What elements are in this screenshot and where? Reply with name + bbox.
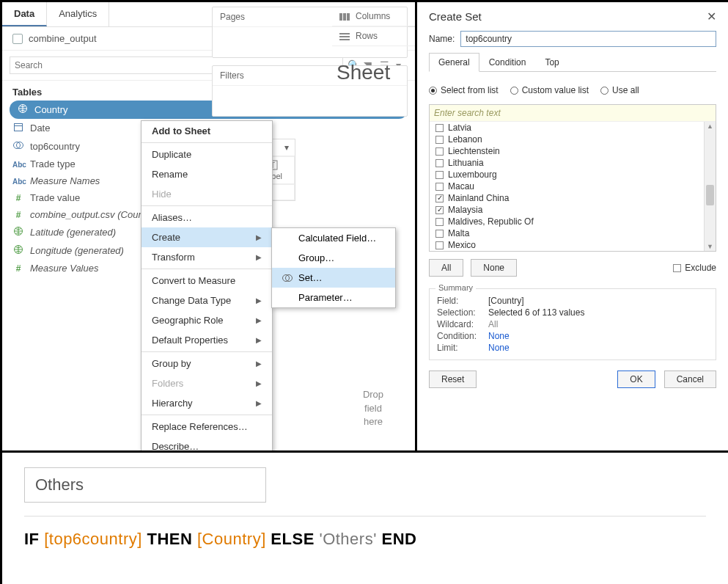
dropdown-icon[interactable]: ▾ [396, 59, 408, 71]
list-item-label: Lebanon [448, 134, 482, 145]
checkbox[interactable]: ✓ [435, 194, 444, 202]
field-row[interactable]: Country [10, 101, 408, 119]
list-item[interactable]: Liechtenstein [430, 145, 704, 157]
checkbox[interactable] [435, 136, 444, 144]
radio-custom-value-list[interactable]: Custom value list [510, 85, 589, 95]
checkbox[interactable] [435, 171, 444, 179]
list-item-label: Malaysia [448, 205, 482, 215]
submenu-set[interactable]: Set… [272, 268, 395, 288]
drop-target[interactable]: Drop field here [351, 388, 395, 428]
menu-aliases[interactable]: Aliases… [141, 208, 272, 227]
set-name-input[interactable] [460, 31, 716, 47]
list-search-input[interactable]: Enter search text [430, 105, 716, 122]
search-icon[interactable]: 🔍 [348, 59, 359, 71]
list-item[interactable]: Luxembourg [430, 169, 704, 180]
tab-condition[interactable]: Condition [479, 53, 536, 72]
collapse-pane-icon[interactable]: ‹ [397, 2, 415, 26]
menu-hide: Hide [141, 184, 272, 204]
field-label: Date [30, 123, 50, 134]
scroll-down-icon[interactable]: ▼ [705, 243, 716, 250]
abc-icon: Abc [12, 159, 24, 169]
name-label: Name: [429, 34, 455, 44]
view-list-icon[interactable]: ☰ [380, 59, 391, 71]
list-item-label: Luxembourg [448, 169, 497, 180]
field-label: Trade value [30, 192, 80, 203]
submenu-parameter[interactable]: Parameter… [272, 288, 395, 307]
checkbox[interactable]: ✓ [435, 206, 444, 214]
chevron-right-icon: ▶ [256, 359, 262, 368]
search-input[interactable] [10, 56, 343, 74]
list-item[interactable]: Lithuania [430, 157, 704, 169]
menu-rename[interactable]: Rename [141, 164, 272, 184]
menu-add-to-sheet[interactable]: Add to Sheet [141, 121, 272, 141]
tab-data[interactable]: Data [2, 2, 47, 26]
list-item[interactable]: Latvia [430, 122, 704, 134]
menu-default-properties[interactable]: Default Properties▶ [141, 330, 272, 350]
tab-general[interactable]: General [429, 53, 479, 72]
radio-use-all[interactable]: Use all [600, 85, 639, 95]
checkbox[interactable] [435, 147, 444, 156]
list-item-label: Mainland China [448, 193, 509, 203]
submenu-group[interactable]: Group… [272, 248, 395, 268]
reset-button[interactable]: Reset [429, 371, 477, 388]
list-item[interactable]: Macau [430, 180, 704, 192]
checkbox[interactable] [435, 218, 444, 226]
ok-button[interactable]: OK [617, 371, 655, 388]
list-item[interactable]: Lebanon [430, 134, 704, 145]
cancel-button[interactable]: Cancel [664, 371, 716, 388]
exclude-checkbox[interactable]: Exclude [673, 263, 716, 273]
menu-describe[interactable]: Describe… [141, 437, 272, 453]
checkbox[interactable] [435, 159, 444, 167]
close-icon[interactable]: ✕ [707, 10, 716, 23]
checkbox[interactable] [435, 124, 444, 132]
checkbox[interactable] [435, 183, 444, 191]
globe-icon [17, 103, 29, 116]
all-button[interactable]: All [429, 259, 463, 277]
list-item[interactable]: Malta [430, 227, 704, 239]
list-item[interactable]: Maldives, Republic Of [430, 216, 704, 227]
filter-icon[interactable]: ◥ [364, 59, 375, 71]
datasource-row[interactable]: combine_output [2, 27, 415, 51]
menu-group-by[interactable]: Group by▶ [141, 354, 272, 373]
calc-name-input[interactable]: Others [24, 467, 266, 503]
menu-transform[interactable]: Transform▶ [141, 247, 272, 267]
scroll-up-icon[interactable]: ▲ [705, 123, 716, 130]
submenu-calculated-field[interactable]: Calculated Field… [272, 228, 395, 248]
list-item[interactable]: ✓Malaysia [430, 204, 704, 216]
scrollbar[interactable]: ▲ ▼ [704, 122, 716, 251]
menu-replace-refs[interactable]: Replace References… [141, 417, 272, 437]
tableau-data-pane: Data Analytics ‹ combine_output 🔍 ◥ ☰ ▾ … [0, 0, 417, 453]
menu-hierarchy[interactable]: Hierarchy▶ [141, 393, 272, 413]
list-item-label: Macau [448, 181, 474, 191]
field-label: Measure Values [30, 263, 98, 274]
datasource-icon [12, 34, 23, 44]
menu-geographic-role[interactable]: Geographic Role▶ [141, 310, 272, 330]
checkbox[interactable] [435, 241, 444, 249]
none-button[interactable]: None [471, 259, 517, 277]
tab-analytics[interactable]: Analytics [47, 2, 109, 26]
list-item[interactable]: ✓Mainland China [430, 192, 704, 204]
globe-icon [12, 244, 24, 257]
hash-icon: # [12, 263, 24, 274]
hash-icon: # [12, 193, 24, 203]
pane-tabs: Data Analytics ‹ [2, 2, 415, 27]
field-context-menu: Add to Sheet Duplicate Rename Hide Alias… [141, 120, 273, 453]
radio-select-from-list[interactable]: Select from list [429, 85, 499, 95]
menu-change-data-type[interactable]: Change Data Type▶ [141, 291, 272, 310]
field-label: combine_output.csv (Count) [30, 209, 150, 220]
list-item[interactable]: Mexico [430, 239, 704, 251]
calc-formula[interactable]: IF [top6country] THEN [Country] ELSE 'Ot… [24, 530, 706, 550]
chevron-right-icon: ▶ [256, 296, 262, 304]
checkbox[interactable] [435, 230, 444, 238]
menu-create[interactable]: Create▶ [141, 227, 272, 247]
menu-duplicate[interactable]: Duplicate [141, 145, 272, 164]
scroll-thumb[interactable] [706, 185, 714, 205]
field-label: Longitude (generated) [30, 245, 124, 256]
create-set-dialog: Create Set ✕ Name: General Condition Top… [415, 0, 728, 453]
calc-editor: Others IF [top6country] THEN [Country] E… [0, 450, 728, 584]
tab-top[interactable]: Top [535, 53, 568, 72]
menu-convert-measure[interactable]: Convert to Measure [141, 271, 272, 291]
create-submenu: Calculated Field… Group… Set… Parameter… [271, 227, 396, 308]
hash-icon: # [12, 210, 24, 220]
set-icon [12, 140, 24, 153]
